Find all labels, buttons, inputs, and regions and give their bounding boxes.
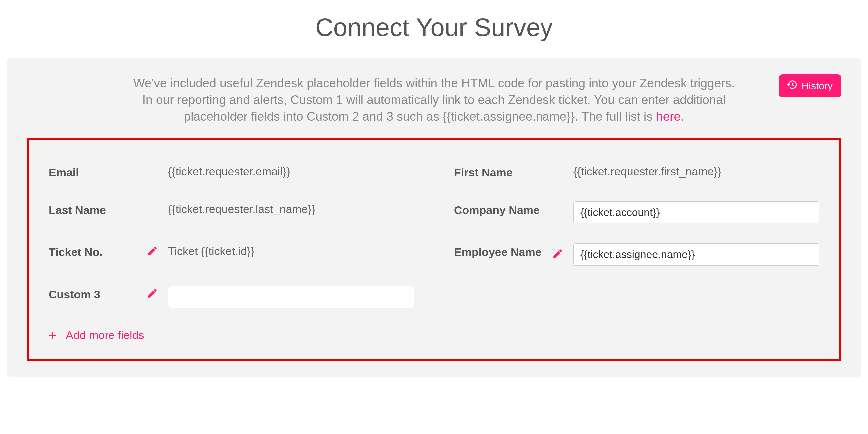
intro-link[interactable]: here bbox=[656, 110, 681, 123]
pencil-icon[interactable] bbox=[147, 245, 158, 258]
company-name-input[interactable] bbox=[574, 201, 819, 224]
field-custom-3: Custom 3 bbox=[49, 286, 414, 308]
field-email-value: {{ticket.requester.email}} bbox=[168, 164, 414, 179]
custom-3-input[interactable] bbox=[168, 286, 414, 308]
field-company-name: Company Name bbox=[454, 201, 819, 224]
field-company-name-label: Company Name bbox=[454, 201, 546, 219]
add-more-fields-button[interactable]: + Add more fields bbox=[49, 329, 145, 342]
field-last-name-value: {{ticket.requester.last_name}} bbox=[168, 201, 414, 217]
history-icon bbox=[786, 79, 798, 93]
field-last-name: Last Name {{ticket.requester.last_name}} bbox=[49, 201, 414, 224]
field-first-name-label: First Name bbox=[454, 164, 546, 181]
field-email-label: Email bbox=[49, 164, 140, 181]
field-email: Email {{ticket.requester.email}} bbox=[49, 164, 414, 181]
pencil-icon[interactable] bbox=[552, 248, 563, 261]
page-title: Connect Your Survey bbox=[7, 0, 861, 58]
employee-name-input[interactable] bbox=[574, 243, 819, 266]
field-ticket-no: Ticket No. Ticket {{ticket.id}} bbox=[49, 243, 414, 266]
field-custom-3-label: Custom 3 bbox=[49, 286, 140, 303]
field-first-name-value: {{ticket.requester.first_name}} bbox=[574, 164, 819, 179]
field-first-name: First Name {{ticket.requester.first_name… bbox=[454, 164, 819, 181]
field-ticket-no-value: Ticket {{ticket.id}} bbox=[168, 243, 414, 259]
history-button-label: History bbox=[802, 80, 833, 92]
panel: History We've included useful Zendesk pl… bbox=[7, 58, 861, 377]
field-employee-name-label: Employee Name bbox=[454, 243, 546, 261]
plus-icon: + bbox=[49, 329, 56, 342]
field-ticket-no-label: Ticket No. bbox=[49, 243, 140, 261]
field-employee-name: Employee Name bbox=[454, 243, 819, 266]
intro-text: We've included useful Zendesk placeholde… bbox=[131, 75, 737, 125]
add-more-fields-label: Add more fields bbox=[66, 329, 144, 342]
fields-highlight-box: Email {{ticket.requester.email}} First N… bbox=[27, 138, 841, 361]
field-last-name-label: Last Name bbox=[49, 201, 140, 219]
history-button[interactable]: History bbox=[779, 74, 841, 97]
pencil-icon[interactable] bbox=[147, 288, 158, 300]
